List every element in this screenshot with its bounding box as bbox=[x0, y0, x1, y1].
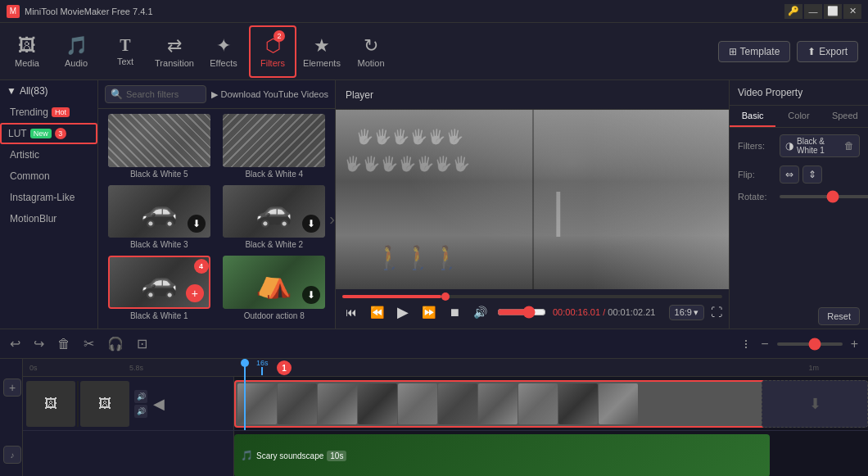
new-badge: New bbox=[30, 129, 52, 138]
delete-filter-button[interactable]: 🗑 bbox=[844, 140, 854, 152]
play-button[interactable]: ▶ bbox=[394, 301, 412, 323]
filter-bw3[interactable]: New ⬇ Black & White 3 bbox=[103, 185, 215, 253]
audio-mute-button-2[interactable]: 🔊 bbox=[134, 405, 147, 418]
audio-track-left bbox=[23, 431, 234, 476]
ruler-mark-58s: 5.8s bbox=[129, 364, 143, 372]
video-property-title: Video Property bbox=[730, 80, 868, 106]
volume-button[interactable]: 🔊 bbox=[470, 304, 491, 320]
empty-track-slot: ⬇ bbox=[762, 380, 868, 428]
filter-bw2[interactable]: ⬇ Black & White 2 bbox=[219, 185, 331, 253]
flip-vertical-button[interactable]: ⇕ bbox=[802, 165, 822, 184]
minimize-button[interactable]: — bbox=[804, 4, 822, 19]
filter-bw5[interactable]: Black & White 5 bbox=[103, 114, 215, 182]
filter-outdoor8[interactable]: New ⬇ Outdoor action 8 bbox=[219, 256, 331, 324]
sidebar-item-trending[interactable]: Trending Hot bbox=[0, 102, 97, 123]
rotate-slider[interactable] bbox=[780, 195, 868, 198]
add-video-track-button[interactable]: + bbox=[3, 379, 21, 397]
stop-button[interactable]: ⏹ bbox=[445, 304, 463, 320]
download-youtube-button[interactable]: ▶ Download YouTube Videos bbox=[211, 89, 329, 100]
template-button[interactable]: ⊞ Template bbox=[718, 41, 791, 62]
video-track-content: ▶ ⬇ ▶ bbox=[234, 377, 868, 430]
zoom-out-button[interactable]: − bbox=[757, 335, 771, 353]
audio-clip[interactable]: 🎵 Scary soundscape 10s bbox=[234, 434, 770, 476]
toolbar-filters[interactable]: ⬡ Filters 2 bbox=[249, 25, 296, 78]
elements-label: Elements bbox=[303, 58, 341, 68]
audio-detach-button[interactable]: 🎧 bbox=[104, 334, 127, 353]
rotate-row: Rotate: 0° bbox=[738, 192, 860, 202]
close-button[interactable]: ✕ bbox=[843, 4, 861, 19]
transition-label: Transition bbox=[155, 58, 194, 68]
toolbar-elements[interactable]: ★ Elements bbox=[298, 25, 346, 78]
timeline-toolbar: ↩ ↪ 🗑 ✂ 🎧 ⊡ ⫶ − + bbox=[0, 329, 868, 359]
split-button[interactable]: ⫶ bbox=[739, 335, 753, 353]
tab-color[interactable]: Color bbox=[775, 106, 821, 127]
sidebar-item-instagram[interactable]: Instagram-Like bbox=[0, 187, 97, 208]
video-track-left: 🖼 🖼 🔊 🔊 ◀ bbox=[23, 377, 234, 430]
music-icon: 🎵 bbox=[241, 450, 253, 461]
current-time: 00:00:16.01 bbox=[553, 307, 600, 317]
rewind-button[interactable]: ⏮ bbox=[342, 304, 360, 320]
toolbar-transition[interactable]: ⇄ Transition bbox=[151, 25, 198, 78]
export-button[interactable]: ⬆ Export bbox=[797, 41, 858, 62]
controls-row: ⏮ ⏪ ▶ ⏩ ⏹ 🔊 00:00:16.01 / 00:01:02.21 16… bbox=[342, 301, 722, 323]
search-box[interactable]: 🔍 Search filters bbox=[105, 85, 206, 103]
track-thumb-2: 🖼 bbox=[80, 381, 129, 427]
download-label: Download YouTube Videos bbox=[221, 89, 329, 99]
tab-basic[interactable]: Basic bbox=[730, 106, 775, 127]
filter-bw4[interactable]: Black & White 4 bbox=[219, 114, 331, 182]
step-forward-button[interactable]: ⏩ bbox=[418, 304, 439, 320]
step-back-button[interactable]: ⏪ bbox=[367, 304, 387, 320]
sidebar-title: All(83) bbox=[20, 85, 48, 97]
crop-button[interactable]: ⊡ bbox=[133, 334, 151, 353]
sidebar-item-artistic[interactable]: Artistic bbox=[0, 144, 97, 165]
sidebar-item-common[interactable]: Common bbox=[0, 165, 97, 187]
undo-button[interactable]: ↩ bbox=[7, 334, 24, 353]
title-bar: M MiniTool MovieMaker Free 7.4.1 🔑 — ⬜ ✕ bbox=[0, 0, 868, 23]
clip-scroll-left-button[interactable]: ◀ bbox=[149, 394, 169, 414]
add-filter-bw1-button[interactable]: + bbox=[186, 284, 204, 302]
filter-bw5-thumb bbox=[108, 114, 210, 167]
toolbar-motion[interactable]: ↻ Motion bbox=[347, 25, 395, 78]
toolbar-effects[interactable]: ✦ Effects bbox=[200, 25, 247, 78]
reset-button[interactable]: Reset bbox=[818, 307, 860, 325]
aspect-ratio-button[interactable]: 16:9 ▾ bbox=[669, 305, 704, 320]
sidebar-item-lut[interactable]: LUT New 3 bbox=[0, 123, 97, 144]
flip-horizontal-button[interactable]: ⇔ bbox=[780, 165, 799, 184]
timeline-ruler: 0s 5.8s 1m 16s 1 bbox=[23, 359, 868, 377]
zoom-slider[interactable] bbox=[777, 342, 843, 346]
audio-mute-button-1[interactable]: 🔊 bbox=[134, 390, 147, 403]
restore-button[interactable]: ⬜ bbox=[824, 4, 842, 19]
volume-slider[interactable] bbox=[497, 306, 546, 319]
toolbar-text[interactable]: T Text bbox=[102, 25, 149, 78]
redo-button[interactable]: ↪ bbox=[30, 334, 47, 353]
progress-bar[interactable] bbox=[342, 295, 722, 298]
filter-bw2-label: Black & White 2 bbox=[245, 240, 303, 252]
filter-circle-icon: ◑ bbox=[785, 140, 793, 152]
progress-thumb bbox=[441, 292, 450, 301]
main-content: ▼ All(83) Trending Hot LUT New 3 Artisti… bbox=[0, 80, 868, 329]
trending-label: Trending bbox=[10, 107, 48, 118]
playhead-time: 16s bbox=[256, 359, 269, 367]
clip-frame-1 bbox=[237, 383, 277, 424]
filter-bw1[interactable]: New + Black & White 1 4 bbox=[103, 256, 215, 324]
audio-track-content: 🎵 Scary soundscape 10s bbox=[234, 431, 868, 476]
video-clip[interactable] bbox=[234, 380, 819, 428]
tab-speed[interactable]: Speed bbox=[822, 106, 868, 127]
effects-icon: ✦ bbox=[216, 35, 231, 57]
player-controls: ⏮ ⏪ ▶ ⏩ ⏹ 🔊 00:00:16.01 / 00:01:02.21 16… bbox=[336, 289, 729, 329]
fullscreen-button[interactable]: ⛶ bbox=[711, 306, 722, 319]
add-audio-track-button[interactable]: ♪ bbox=[3, 446, 21, 464]
delete-button[interactable]: 🗑 bbox=[54, 335, 74, 353]
video-track-row: 🖼 🖼 🔊 🔊 ◀ bbox=[23, 377, 868, 431]
scroll-right-button[interactable]: › bbox=[329, 210, 335, 229]
motion-icon: ↻ bbox=[364, 35, 378, 57]
player-video: 🖐🖐🖐🖐🖐🖐 🖐🖐🖐🖐🖐🖐🖐 | 🚶🚶🚶 bbox=[336, 110, 729, 289]
title-bar-icon-pin[interactable]: 🔑 bbox=[784, 4, 802, 19]
filter-outdoor8-thumb: New ⬇ bbox=[223, 256, 325, 309]
ruler-mark-0s: 0s bbox=[29, 364, 38, 372]
zoom-in-button[interactable]: + bbox=[848, 335, 861, 353]
toolbar-media[interactable]: 🖼 Media bbox=[3, 25, 51, 78]
sidebar-item-motionblur[interactable]: MotionBlur bbox=[0, 208, 97, 229]
cut-button[interactable]: ✂ bbox=[80, 334, 97, 353]
toolbar-audio[interactable]: 🎵 Audio bbox=[52, 25, 100, 78]
